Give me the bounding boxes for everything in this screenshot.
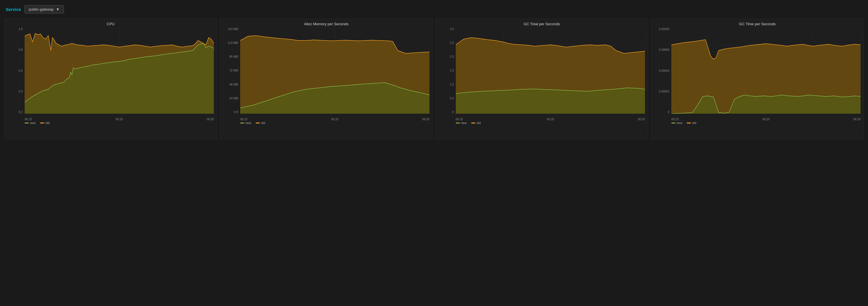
legend-label-new: new: [245, 121, 251, 124]
dropdown-value: public-gateway: [29, 7, 54, 11]
x-axis-cpu: 06:1006:2006:30: [25, 118, 214, 121]
service-dropdown[interactable]: public-gateway ▼: [24, 5, 64, 13]
legend-dot-orange: [471, 122, 475, 123]
y-axis-cpu: 1.00.80.60.40.2: [8, 28, 24, 114]
chart-area-cpu: 1.00.80.60.40.206:1006:2006:30newold: [25, 28, 214, 114]
y-axis-label: 1.5: [439, 69, 455, 72]
legend-dot-green: [240, 122, 244, 123]
legend-item-new: new: [25, 121, 35, 124]
legend-item-old: old: [471, 121, 481, 124]
x-axis-label: 06:10: [240, 118, 247, 121]
legend-cpu: newold: [25, 121, 50, 124]
legend-dot-orange: [687, 122, 691, 123]
y-axis-label: 0 B: [224, 111, 239, 114]
y-axis-label: 48 MiB: [224, 83, 239, 86]
legend-item-old: old: [256, 121, 265, 124]
y-axis-label: 0.00006: [655, 48, 671, 51]
y-axis-label: 0.8: [8, 48, 24, 51]
x-axis-label: 06:10: [25, 118, 32, 121]
x-axis-label: 06:20: [547, 118, 554, 121]
legend-label-old: old: [692, 121, 696, 124]
y-axis-label: 24 MiB: [224, 97, 239, 100]
x-axis-gc-total: 06:1006:2006:30: [456, 118, 645, 121]
y-axis-label: 1.0: [439, 83, 455, 86]
y-axis-label: 0: [655, 111, 671, 114]
chart-title-gc-total: GC Total per Seconds: [436, 19, 648, 28]
fill-green-gc-total: [456, 88, 645, 114]
chart-area-gc-time: 0.000080.000060.000040.00002006:1006:200…: [671, 28, 861, 114]
x-axis-gc-time: 06:1006:2006:30: [671, 118, 861, 121]
chart-title-alloc-memory: Alloc Memory per Seconds: [220, 19, 432, 28]
y-axis-label: 2.0: [439, 55, 455, 58]
y-axis-label: 143 MiB: [224, 28, 239, 31]
y-axis-label: 0.00008: [655, 28, 671, 31]
chart-svg-cpu: [25, 28, 214, 114]
chart-svg-alloc-memory: [240, 28, 429, 114]
legend-label-new: new: [30, 121, 35, 124]
y-axis-alloc-memory: 143 MiB119 MiB95 MiB72 MiB48 MiB24 MiB0 …: [224, 28, 239, 114]
y-axis-label: 0: [439, 111, 455, 114]
x-axis-label: 06:30: [854, 118, 861, 121]
legend-dot-orange: [256, 122, 260, 123]
y-axis-label: 2.5: [439, 41, 455, 45]
legend-item-old: old: [687, 121, 696, 124]
chart-title-gc-time: GC Time per Seconds: [651, 19, 863, 28]
y-axis-label: 0.5: [439, 97, 455, 100]
legend-label-new: new: [461, 121, 467, 124]
x-axis-label: 06:30: [638, 118, 645, 121]
y-axis-label: 72 MiB: [224, 69, 239, 72]
chart-panel-cpu: CPU1.00.80.60.40.206:1006:2006:30newold: [4, 19, 217, 139]
legend-gc-total: newold: [456, 121, 481, 124]
y-axis-label: 0.00004: [655, 69, 671, 72]
y-axis-gc-total: 3.02.52.01.51.00.50: [439, 28, 455, 114]
service-label: Service: [6, 7, 21, 12]
y-axis-label: 1.0: [8, 28, 24, 31]
legend-dot-green: [456, 122, 460, 123]
chart-svg-gc-time: [671, 28, 861, 114]
x-axis-label: 06:30: [207, 118, 214, 121]
legend-label-old: old: [45, 121, 50, 124]
y-axis-label: 0.2: [8, 111, 24, 114]
chart-panel-alloc-memory: Alloc Memory per Seconds143 MiB119 MiB95…: [220, 19, 433, 139]
y-axis-label: 95 MiB: [224, 55, 239, 58]
x-axis-label: 06:30: [422, 118, 429, 121]
legend-dot-green: [671, 122, 675, 123]
y-axis-gc-time: 0.000080.000060.000040.000020: [655, 28, 671, 114]
y-axis-label: 3.0: [439, 28, 455, 31]
x-axis-label: 06:20: [116, 118, 123, 121]
y-axis-label: 0.4: [8, 90, 24, 93]
legend-label-new: new: [677, 121, 682, 124]
legend-item-old: old: [40, 121, 50, 124]
chart-area-gc-total: 3.02.52.01.51.00.5006:1006:2006:30newold: [456, 28, 645, 114]
y-axis-label: 0.00002: [655, 90, 671, 93]
legend-label-old: old: [261, 121, 265, 124]
x-axis-label: 06:20: [762, 118, 769, 121]
charts-container: CPU1.00.80.60.40.206:1006:2006:30newoldA…: [0, 19, 868, 139]
chart-panel-gc-total: GC Total per Seconds3.02.52.01.51.00.500…: [435, 19, 648, 139]
chart-panel-gc-time: GC Time per Seconds0.000080.000060.00004…: [651, 19, 864, 139]
chart-area-alloc-memory: 143 MiB119 MiB95 MiB72 MiB48 MiB24 MiB0 …: [240, 28, 429, 114]
x-axis-label: 06:10: [671, 118, 679, 121]
y-axis-label: 119 MiB: [224, 41, 239, 45]
dropdown-arrow-icon: ▼: [56, 7, 60, 11]
legend-item-new: new: [456, 121, 467, 124]
header: Service public-gateway ▼: [0, 0, 868, 19]
legend-gc-time: newold: [671, 121, 696, 124]
x-axis-label: 06:20: [331, 118, 338, 121]
legend-item-new: new: [671, 121, 682, 124]
x-axis-label: 06:10: [456, 118, 463, 121]
legend-alloc-memory: newold: [240, 121, 265, 124]
chart-title-cpu: CPU: [5, 19, 217, 28]
y-axis-label: 0.6: [8, 69, 24, 72]
legend-item-new: new: [240, 121, 251, 124]
chart-svg-gc-total: [456, 28, 645, 114]
x-axis-alloc-memory: 06:1006:2006:30: [240, 118, 429, 121]
legend-label-old: old: [476, 121, 481, 124]
legend-dot-green: [25, 122, 29, 123]
legend-dot-orange: [40, 122, 44, 123]
